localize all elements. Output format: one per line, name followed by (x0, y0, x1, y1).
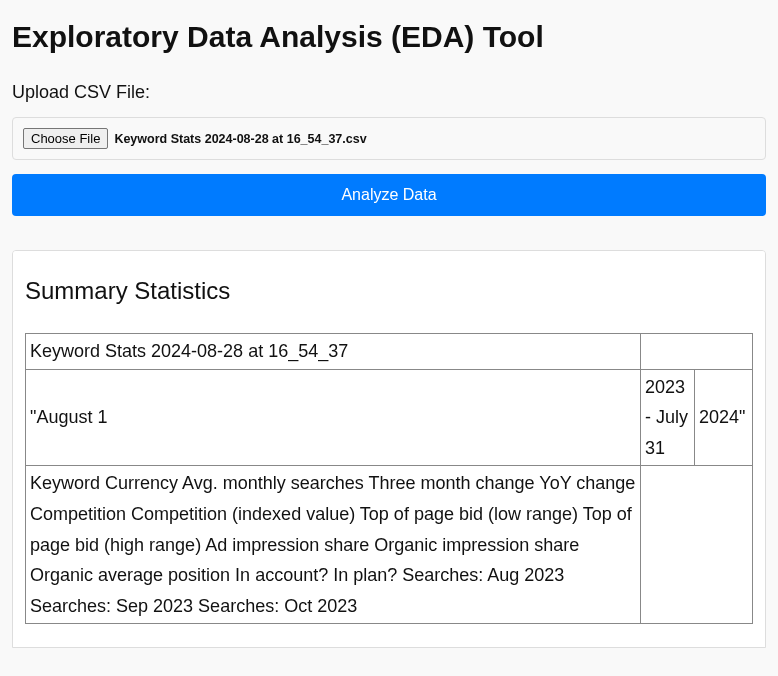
selected-file-name: Keyword Stats 2024-08-28 at 16_54_37.csv (114, 132, 366, 146)
summary-table: Keyword Stats 2024-08-28 at 16_54_37 "Au… (25, 333, 753, 624)
table-cell (641, 334, 753, 370)
page-title: Exploratory Data Analysis (EDA) Tool (12, 20, 766, 54)
table-row: "August 1 2023 - July 31 2024" (26, 369, 753, 466)
table-cell: "August 1 (26, 369, 641, 466)
results-panel[interactable]: Summary Statistics Keyword Stats 2024-08… (12, 250, 766, 648)
table-cell: Keyword Stats 2024-08-28 at 16_54_37 (26, 334, 641, 370)
table-cell: 2023 - July 31 (641, 369, 695, 466)
file-input-wrapper: Choose File Keyword Stats 2024-08-28 at … (12, 117, 766, 160)
scroll-filler (25, 624, 753, 648)
table-cell (641, 466, 753, 624)
analyze-data-button[interactable]: Analyze Data (12, 174, 766, 216)
table-row: Keyword Stats 2024-08-28 at 16_54_37 (26, 334, 753, 370)
table-cell: Keyword Currency Avg. monthly searches T… (26, 466, 641, 624)
table-cell: 2024" (695, 369, 753, 466)
table-row: Keyword Currency Avg. monthly searches T… (26, 466, 753, 624)
choose-file-button[interactable]: Choose File (23, 128, 108, 149)
upload-label: Upload CSV File: (12, 82, 766, 103)
summary-statistics-heading: Summary Statistics (25, 277, 753, 305)
